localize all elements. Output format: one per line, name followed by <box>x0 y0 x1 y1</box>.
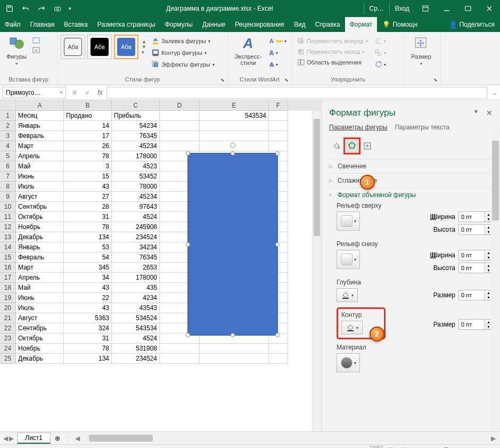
row-header[interactable]: 14 <box>0 242 16 252</box>
depth-size-spinner[interactable]: 0 пт▲▼ <box>458 290 493 300</box>
cell[interactable] <box>269 131 288 141</box>
cell[interactable] <box>269 121 288 131</box>
cell[interactable]: 15 <box>64 172 112 182</box>
cell[interactable]: 78 <box>64 151 112 161</box>
cell[interactable]: 4524 <box>112 333 160 344</box>
name-box[interactable]: Прямоуго…▾ <box>2 87 66 99</box>
row-header[interactable]: 6 <box>0 161 16 172</box>
row-header[interactable]: 17 <box>0 273 16 283</box>
row-header[interactable]: 8 <box>0 182 16 192</box>
cell[interactable]: Февраль <box>16 252 64 263</box>
material-picker[interactable]: ▾ <box>337 353 360 372</box>
cell[interactable]: 76345 <box>112 252 160 263</box>
cell[interactable] <box>160 141 200 151</box>
row-header[interactable]: 3 <box>0 131 16 141</box>
cell[interactable]: 54 <box>64 252 112 263</box>
cell[interactable]: 43543 <box>112 303 160 313</box>
vertical-scrollbar[interactable] <box>312 111 321 431</box>
cell[interactable]: Февраль <box>16 131 64 141</box>
pane-vertical-scrollbar[interactable] <box>491 130 500 431</box>
expand-formula-bar[interactable]: ⌄ <box>489 89 500 96</box>
row-header[interactable]: 16 <box>0 263 16 273</box>
cell[interactable]: Август <box>16 192 64 202</box>
shape-style-3[interactable]: Абв <box>114 35 138 59</box>
row-header[interactable]: 1 <box>0 111 16 121</box>
selection-pane-button[interactable]: Область выделения <box>295 57 370 68</box>
rotate-handle[interactable] <box>230 143 235 148</box>
resize-handle-n[interactable] <box>231 151 235 156</box>
cell[interactable]: Октябрь <box>16 212 64 222</box>
row-header[interactable]: 25 <box>0 354 16 364</box>
cell[interactable]: 5363 <box>64 313 112 323</box>
cell[interactable]: 543534 <box>112 323 160 333</box>
tab-format[interactable]: Формат <box>345 17 378 32</box>
bring-forward-button[interactable]: Переместить вперед▾ <box>295 36 370 46</box>
cell[interactable]: 54234 <box>112 121 160 131</box>
shape-outline-button[interactable]: Контур фигуры▾ <box>150 47 217 58</box>
cell[interactable]: 53 <box>64 242 112 252</box>
cell[interactable]: Ноябрь <box>16 344 64 354</box>
cell[interactable]: 435 <box>112 283 160 293</box>
cell[interactable] <box>269 141 288 151</box>
cell[interactable]: 234524 <box>112 354 160 364</box>
contour-color-picker[interactable]: ▾ <box>341 321 363 335</box>
share-button[interactable]: 👤Поделиться <box>444 17 500 32</box>
section-3d-format[interactable]: ▿Формат объемной фигуры <box>329 191 493 199</box>
sheet-nav-prev[interactable]: ◀ <box>3 435 8 442</box>
cell[interactable] <box>269 111 288 121</box>
send-backward-button[interactable]: Переместить назад▾ <box>295 46 370 57</box>
effects-category-button[interactable] <box>345 139 359 153</box>
size-launcher[interactable]: ⬊ <box>432 76 439 84</box>
insert-shapes-button[interactable]: Фигуры ▾ <box>3 34 30 67</box>
rotate-button[interactable]: ▾ <box>372 59 388 70</box>
resize-handle-s[interactable] <box>231 333 235 337</box>
cell[interactable] <box>160 131 200 141</box>
cell[interactable]: 345 <box>64 263 112 273</box>
tab-help[interactable]: Справка <box>310 17 345 32</box>
resize-handle-ne[interactable] <box>275 151 280 156</box>
cell[interactable]: 543534 <box>200 111 269 121</box>
cell[interactable]: 234524 <box>112 232 160 242</box>
cell[interactable]: Октябрь <box>16 333 64 344</box>
sheet-nav-next[interactable]: ▶ <box>9 435 14 442</box>
formula-input[interactable] <box>106 87 487 99</box>
cell[interactable]: 245908 <box>112 222 160 232</box>
cell[interactable] <box>200 354 269 364</box>
cell[interactable]: 27 <box>64 192 112 202</box>
cell[interactable]: 78 <box>64 344 112 354</box>
row-header[interactable]: 10 <box>0 202 16 212</box>
section-glow[interactable]: ▷Свечение <box>329 162 493 170</box>
wordart-styles-button[interactable]: A Экспресс-стили <box>231 34 265 67</box>
row-header[interactable]: 22 <box>0 323 16 333</box>
camera-button[interactable] <box>50 1 65 16</box>
shape-effects-button[interactable]: Эффекты фигуры▾ <box>150 59 217 70</box>
cell[interactable] <box>160 354 200 364</box>
cell[interactable] <box>200 131 269 141</box>
cell[interactable]: Апрель <box>16 151 64 161</box>
cell[interactable]: 26 <box>64 141 112 151</box>
cell[interactable]: Август <box>16 313 64 323</box>
bottom-bevel-picker[interactable]: ▾ <box>337 250 360 269</box>
cell[interactable]: Январь <box>16 242 64 252</box>
resize-handle-se[interactable] <box>275 333 280 337</box>
cell[interactable]: 78 <box>64 222 112 232</box>
qat-customize[interactable]: ▾ <box>66 1 73 16</box>
cell[interactable] <box>200 344 269 354</box>
shape-fill-button[interactable]: Заливка фигуры▾ <box>150 36 217 46</box>
cell[interactable]: 14 <box>64 121 112 131</box>
view-normal-button[interactable] <box>370 446 383 449</box>
tab-pagelayout[interactable]: Разметка страницы <box>93 17 160 32</box>
undo-button[interactable] <box>18 1 33 16</box>
bottom-bevel-width-spinner[interactable]: 0 пт▲▼ <box>458 250 493 260</box>
cell[interactable]: 4523 <box>112 161 160 172</box>
cell[interactable]: 31 <box>64 333 112 344</box>
cell[interactable]: 43 <box>64 303 112 313</box>
cell[interactable] <box>160 344 200 354</box>
cell[interactable]: 43 <box>64 283 112 293</box>
align-button[interactable]: ▾ <box>372 36 388 46</box>
shape-styles-launcher[interactable]: ⬊ <box>219 76 226 84</box>
cell[interactable]: 34 <box>64 273 112 283</box>
row-header[interactable]: 5 <box>0 151 16 161</box>
cell[interactable]: 178000 <box>112 273 160 283</box>
cell[interactable]: Декабрь <box>16 354 64 364</box>
